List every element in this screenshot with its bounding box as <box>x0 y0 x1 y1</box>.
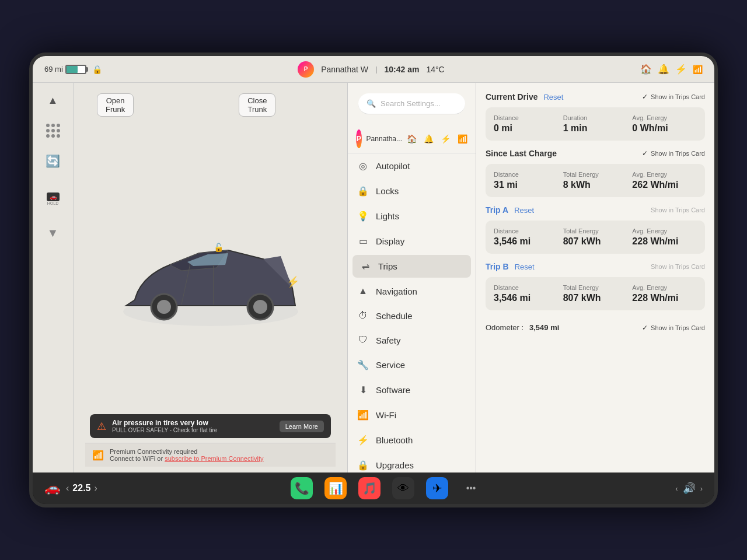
nav-item-service[interactable]: 🔧 Service <box>348 352 476 377</box>
bottom-right: ‹ 🔊 › <box>675 482 703 495</box>
signal-nav-icon: 📶 <box>458 134 467 144</box>
trip-b-avg: Avg. Energy 228 Wh/mi <box>632 284 697 303</box>
nav-item-safety[interactable]: 🛡 Safety <box>348 328 476 352</box>
search-bar[interactable]: 🔍 Search Settings... <box>358 93 465 114</box>
phone-app-button[interactable]: 📞 <box>291 477 313 499</box>
bell-icon: 🔔 <box>658 64 669 75</box>
since-energy-label: Total Energy <box>563 171 628 178</box>
navigation-icon: ▲ <box>357 286 369 296</box>
since-distance: Distance 31 mi <box>494 171 558 190</box>
display-label: Display <box>376 236 404 246</box>
nav-item-navigation[interactable]: ▲ Navigation <box>348 279 476 303</box>
user-name: Pannathat W <box>321 65 368 74</box>
since-show-label: Show in Trips Card <box>651 150 705 157</box>
odometer-value: 3,549 mi <box>529 323 559 332</box>
signal-icon: 📶 <box>693 65 703 74</box>
close-trunk-button[interactable]: Close Trunk <box>239 93 275 117</box>
nav-item-upgrades[interactable]: 🔒 Upgrades <box>348 453 476 473</box>
bluetooth-nav-icon[interactable]: ⚡ <box>441 134 451 144</box>
trip-a-energy-label: Total Energy <box>563 228 628 235</box>
music-app-button[interactable]: 🎵 <box>358 477 381 499</box>
schedule-label: Schedule <box>376 311 413 321</box>
trip-b-energy-label: Total Energy <box>563 284 628 291</box>
temp-control: ‹ 22.5 › <box>66 483 97 494</box>
battery-fill <box>67 66 78 73</box>
volume-icon: 🔊 <box>683 482 696 495</box>
down-arrow-icon[interactable]: ▼ <box>47 226 59 240</box>
locks-icon: 🔒 <box>357 186 369 197</box>
current-duration: Duration 1 min <box>563 114 628 134</box>
current-energy-value: 0 Wh/mi <box>632 123 697 134</box>
since-distance-label: Distance <box>494 171 558 178</box>
trip-a-energy-value: 807 kWh <box>563 236 628 247</box>
left-panel: ▲ 🔄 🚗 HOLD ▼ <box>33 83 348 473</box>
car-area: Open Frunk Close Trunk <box>74 83 347 473</box>
lights-label: Lights <box>376 211 399 221</box>
nav-item-trips[interactable]: ⇌ Trips <box>352 255 471 278</box>
current-drive-show-trips: ✓ Show in Trips Card <box>642 93 705 101</box>
display-icon: ▭ <box>357 236 369 247</box>
nav-item-display[interactable]: ▭ Display <box>348 229 476 254</box>
since-avg-energy: Avg. Energy 262 Wh/mi <box>632 171 697 190</box>
nav-item-bluetooth[interactable]: ⚡ Bluetooth <box>348 428 476 453</box>
current-duration-label: Duration <box>563 114 628 121</box>
trip-b-reset[interactable]: Reset <box>515 262 535 271</box>
trip-a-avg: Avg. Energy 228 Wh/mi <box>632 228 697 247</box>
trip-a-header: Trip A Reset Show in Trips Card <box>486 205 705 215</box>
trip-a-distance: Distance 3,546 mi <box>494 228 558 247</box>
trip-b-distance-label: Distance <box>494 284 558 291</box>
separator: | <box>375 65 377 74</box>
trip-b-header: Trip B Reset Show in Trips Card <box>486 262 705 271</box>
temperature-display: 14°C <box>426 65 444 74</box>
car-bottom-icon: 🚗 <box>44 481 60 496</box>
current-duration-value: 1 min <box>563 123 628 134</box>
volume-left-chevron-icon[interactable]: ‹ <box>675 484 678 493</box>
service-icon: 🔧 <box>357 359 369 370</box>
home-nav-icon[interactable]: 🏠 <box>407 134 417 144</box>
since-charge-card: Distance 31 mi Total Energy 8 kWh Avg. E… <box>486 164 705 197</box>
nav-item-locks[interactable]: 🔒 Locks <box>348 178 476 204</box>
alert-subtitle: PULL OVER SAFELY - Check for flat tire <box>112 427 274 433</box>
nav-user-name: Pannatha... <box>366 135 402 143</box>
connectivity-link[interactable]: subscribe to Premium Connectivity <box>165 455 263 462</box>
nav-app-icon: ✈ <box>432 481 442 495</box>
current-drive-reset[interactable]: Reset <box>543 93 563 102</box>
current-distance-value: 0 mi <box>494 123 558 134</box>
trip-a-avg-label: Avg. Energy <box>632 228 697 235</box>
since-energy: Total Energy 8 kWh <box>563 171 628 190</box>
open-label: Open <box>106 96 125 105</box>
trip-a-show-trips: Show in Trips Card <box>651 206 705 214</box>
trip-b-distance: Distance 3,546 mi <box>494 284 558 303</box>
park-badge: 🚗 <box>47 192 60 201</box>
nav-item-lights[interactable]: 💡 Lights <box>348 204 476 229</box>
learn-more-button[interactable]: Learn More <box>280 421 324 432</box>
search-placeholder: Search Settings... <box>381 99 457 108</box>
nav-item-wifi[interactable]: 📶 Wi-Fi <box>348 402 476 428</box>
trip-b-show-trips: Show in Trips Card <box>651 263 705 270</box>
bell-nav-icon[interactable]: 🔔 <box>424 134 434 144</box>
trip-b-energy: Total Energy 807 kWh <box>563 284 628 303</box>
trip-a-reset[interactable]: Reset <box>514 206 534 215</box>
trip-b-card: Distance 3,546 mi Total Energy 807 kWh A… <box>486 277 705 310</box>
more-apps-button[interactable]: ••• <box>460 477 482 499</box>
camera-icon: 👁 <box>397 482 409 495</box>
nav-app-button[interactable]: ✈ <box>426 477 448 499</box>
tire-icon: 🔄 <box>43 150 64 172</box>
nav-icons-row: 🏠 🔔 ⚡ 📶 <box>407 134 467 144</box>
navigation-label: Navigation <box>376 286 417 296</box>
odometer-label: Odometer : <box>486 323 523 332</box>
camera-app-button[interactable]: 👁 <box>392 477 414 499</box>
nav-avatar: P <box>356 130 362 148</box>
car-svg: ⚡ 🔓 <box>111 218 310 346</box>
nav-item-autopilot[interactable]: ◎ Autopilot <box>348 153 476 178</box>
since-avg-label: Avg. Energy <box>632 171 697 178</box>
temp-decrease-button[interactable]: ‹ <box>66 483 69 494</box>
equalizer-app-button[interactable]: 📊 <box>324 477 347 499</box>
volume-right-chevron-icon[interactable]: › <box>700 484 703 493</box>
open-frunk-button[interactable]: Open Frunk <box>97 93 134 117</box>
up-arrow-icon[interactable]: ▲ <box>43 90 64 111</box>
software-icon: ⬇ <box>357 384 369 396</box>
home-icon: 🏠 <box>640 64 652 75</box>
nav-item-software[interactable]: ⬇ Software <box>348 377 476 402</box>
nav-item-schedule[interactable]: ⏱ Schedule <box>348 303 476 328</box>
